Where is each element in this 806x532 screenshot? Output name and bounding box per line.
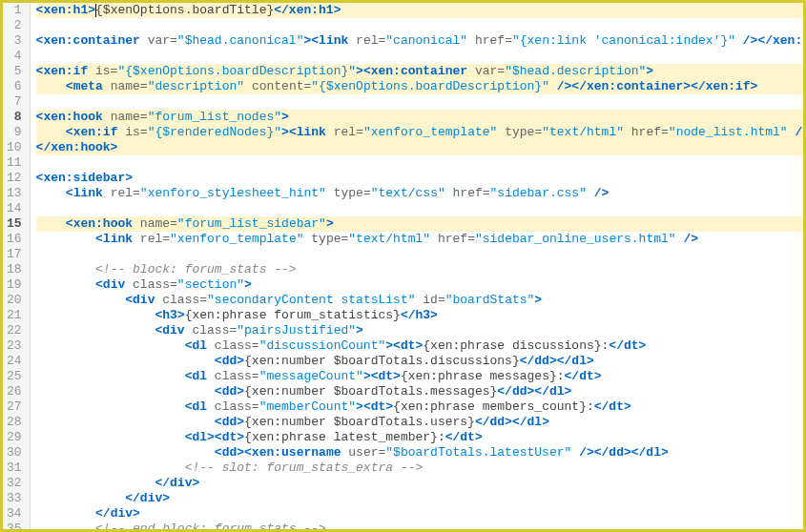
code-line[interactable] (36, 155, 803, 171)
line-number: 17 (7, 247, 22, 262)
line-number: 32 (7, 476, 22, 491)
line-number: 29 (7, 430, 22, 445)
code-line[interactable]: <dl><dt>{xen:phrase latest_member}:</dt> (36, 430, 803, 445)
line-number: 25 (7, 369, 22, 384)
line-number: 21 (7, 308, 22, 323)
line-number: 35 (7, 522, 22, 532)
code-line[interactable]: <!-- slot: forum_stats_extra --> (36, 460, 803, 476)
code-line[interactable]: </div> (36, 476, 803, 491)
line-number: 10 (7, 140, 22, 155)
code-line[interactable] (36, 94, 803, 110)
code-line[interactable]: <xen:container var="$head.canonical"><li… (36, 33, 803, 49)
code-line[interactable]: <xen:h1>{$xenOptions.boardTitle}</xen:h1… (36, 3, 803, 18)
line-number: 4 (7, 49, 22, 64)
line-number: 20 (7, 293, 22, 308)
code-line[interactable]: <xen:if is="{$xenOptions.boardDescriptio… (36, 64, 803, 79)
code-line[interactable]: </xen:hook> (36, 140, 803, 155)
code-line[interactable]: <div class="pairsJustified"> (36, 323, 803, 338)
code-line[interactable]: <dd>{xen:number $boardTotals.discussions… (36, 354, 803, 369)
code-line[interactable]: <xen:hook name="forum_list_sidebar"> (36, 216, 803, 232)
code-line[interactable]: <xen:hook name="forum_list_nodes"> (36, 110, 803, 125)
code-line[interactable]: <link rel="xenforo_stylesheet_hint" type… (36, 186, 803, 201)
code-line[interactable]: <!-- block: forum_stats --> (36, 262, 803, 277)
line-number: 3 (7, 33, 22, 49)
line-number: 24 (7, 354, 22, 369)
line-number: 33 (7, 491, 22, 506)
line-number: 26 (7, 384, 22, 399)
code-line[interactable]: <dl class="memberCount"><dt>{xen:phrase … (36, 399, 803, 415)
line-number: 22 (7, 323, 22, 338)
code-line[interactable]: <meta name="description" content="{$xenO… (36, 79, 803, 94)
line-number: 1 (7, 3, 22, 18)
line-number: 18 (7, 262, 22, 277)
code-area[interactable]: <xen:h1>{$xenOptions.boardTitle}</xen:h1… (31, 3, 803, 529)
line-number: 2 (7, 18, 22, 33)
code-line[interactable]: </div> (36, 491, 803, 506)
line-number: 16 (7, 232, 22, 247)
line-number: 6 (7, 79, 22, 94)
code-line[interactable]: <xen:if is="{$renderedNodes}"><link rel=… (36, 125, 803, 140)
line-number: 15 (7, 216, 22, 232)
line-number: 9 (7, 125, 22, 140)
code-line[interactable]: <dd><xen:username user="$boardTotals.lat… (36, 445, 803, 460)
code-line[interactable]: <dl class="messageCount"><dt>{xen:phrase… (36, 369, 803, 384)
code-line[interactable]: <!-- end block: forum stats --> (36, 522, 803, 529)
code-line[interactable] (36, 18, 803, 33)
code-line[interactable] (36, 49, 803, 64)
code-line[interactable]: </div> (36, 506, 803, 522)
line-number: 19 (7, 277, 22, 293)
line-number: 12 (7, 171, 22, 186)
line-number: 34 (7, 506, 22, 522)
line-number-gutter: 1234567891011121314151617181920212223242… (3, 3, 31, 529)
code-line[interactable]: <div class="secondaryContent statsList" … (36, 293, 803, 308)
line-number: 8 (7, 110, 22, 125)
line-number: 7 (7, 94, 22, 110)
code-line[interactable]: <dd>{xen:number $boardTotals.users}</dd>… (36, 415, 803, 430)
code-line[interactable]: <link rel="xenforo_template" type="text/… (36, 232, 803, 247)
code-line[interactable]: <div class="section"> (36, 277, 803, 293)
line-number: 31 (7, 460, 22, 476)
line-number: 30 (7, 445, 22, 460)
code-line[interactable]: <dd>{xen:number $boardTotals.messages}</… (36, 384, 803, 399)
code-line[interactable] (36, 201, 803, 216)
code-editor[interactable]: 1234567891011121314151617181920212223242… (3, 3, 803, 529)
line-number: 23 (7, 338, 22, 354)
line-number: 28 (7, 415, 22, 430)
line-number: 13 (7, 186, 22, 201)
code-line[interactable]: <h3>{xen:phrase forum_statistics}</h3> (36, 308, 803, 323)
line-number: 27 (7, 399, 22, 415)
code-line[interactable] (36, 247, 803, 262)
line-number: 11 (7, 155, 22, 171)
line-number: 14 (7, 201, 22, 216)
line-number: 5 (7, 64, 22, 79)
code-line[interactable]: <dl class="discussionCount"><dt>{xen:phr… (36, 338, 803, 354)
code-line[interactable]: <xen:sidebar> (36, 171, 803, 186)
